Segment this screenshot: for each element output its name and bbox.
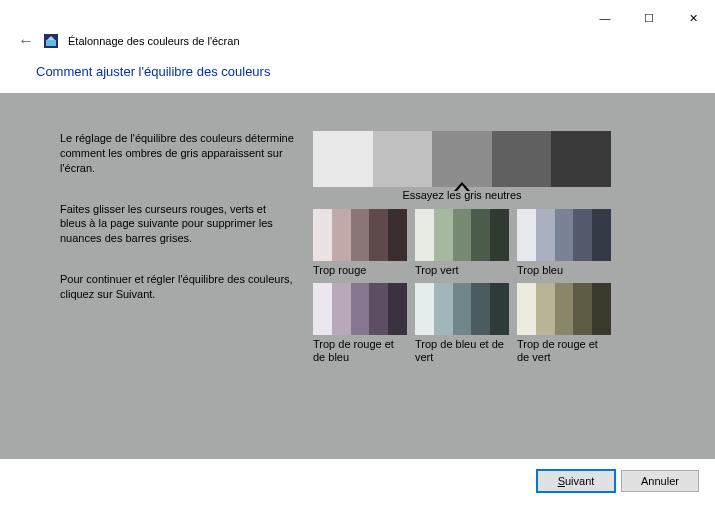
swatch-block: Trop vert: [415, 209, 509, 277]
window-titlebar: — ☐ ✕: [0, 0, 715, 30]
swatch-label: Trop de rouge et de vert: [517, 335, 611, 364]
swatch-cell: [555, 283, 574, 335]
swatch-cell: [351, 209, 370, 261]
swatch-label: Trop de rouge et de bleu: [313, 335, 407, 364]
back-arrow-icon[interactable]: ←: [18, 32, 34, 50]
swatch-cell: [573, 283, 592, 335]
neutral-gray-strip: [313, 131, 611, 187]
svg-rect-1: [46, 40, 56, 46]
header: ← Étalonnage des couleurs de l'écran: [0, 30, 715, 58]
swatch-label: Trop bleu: [517, 261, 611, 277]
swatch-block: Trop de bleu et de vert: [415, 283, 509, 364]
close-icon[interactable]: ✕: [671, 6, 715, 30]
swatch-block: Trop rouge: [313, 209, 407, 277]
swatch-cell: [471, 283, 490, 335]
swatch-cell: [313, 283, 332, 335]
swatch-cell: [388, 283, 407, 335]
swatch-cell: [490, 283, 509, 335]
swatch-block: Trop de rouge et de bleu: [313, 283, 407, 364]
swatch-label: Trop vert: [415, 261, 509, 277]
swatch-block: Trop bleu: [517, 209, 611, 277]
minimize-icon[interactable]: —: [583, 6, 627, 30]
swatch-cell: [434, 209, 453, 261]
neutral-gray-cell: [313, 131, 373, 187]
instructions-column: Le réglage de l'équilibre des couleurs d…: [60, 131, 295, 459]
swatch-strip: [415, 283, 509, 335]
neutral-gray-cell: [432, 131, 492, 187]
swatch-cell: [332, 283, 351, 335]
swatch-cell: [517, 209, 536, 261]
swatch-cell: [536, 283, 555, 335]
app-icon: [44, 34, 58, 48]
swatch-cell: [351, 283, 370, 335]
instruction-paragraph: Faites glisser les curseurs rouges, vert…: [60, 202, 295, 247]
swatch-column: Essayez les gris neutres Trop rougeTrop …: [313, 131, 685, 459]
instruction-paragraph: Le réglage de l'équilibre des couleurs d…: [60, 131, 295, 176]
swatch-cell: [369, 283, 388, 335]
swatch-cell: [555, 209, 574, 261]
neutral-gray-cell: [551, 131, 611, 187]
swatch-cell: [415, 209, 434, 261]
swatch-strip: [313, 209, 407, 261]
swatch-cell: [388, 209, 407, 261]
swatch-grid: Trop rougeTrop vertTrop bleuTrop de roug…: [313, 209, 685, 365]
swatch-strip: [517, 283, 611, 335]
neutral-gray-cell: [492, 131, 552, 187]
swatch-cell: [592, 209, 611, 261]
maximize-icon[interactable]: ☐: [627, 6, 671, 30]
swatch-cell: [471, 209, 490, 261]
swatch-label: Trop rouge: [313, 261, 407, 277]
swatch-cell: [453, 209, 472, 261]
app-title: Étalonnage des couleurs de l'écran: [68, 35, 240, 47]
swatch-strip: [517, 209, 611, 261]
swatch-cell: [434, 283, 453, 335]
next-button[interactable]: Suivant: [537, 470, 615, 492]
swatch-cell: [517, 283, 536, 335]
instruction-paragraph: Pour continuer et régler l'équilibre des…: [60, 272, 295, 302]
page-title: Comment ajuster l'équilibre des couleurs: [0, 58, 715, 93]
swatch-label: Trop de bleu et de vert: [415, 335, 509, 364]
neutral-gray-cell: [373, 131, 433, 187]
swatch-strip: [313, 283, 407, 335]
swatch-cell: [313, 209, 332, 261]
button-bar: Suivant Annuler: [0, 459, 715, 502]
swatch-cell: [369, 209, 388, 261]
swatch-block: Trop de rouge et de vert: [517, 283, 611, 364]
swatch-cell: [332, 209, 351, 261]
swatch-cell: [453, 283, 472, 335]
swatch-cell: [592, 283, 611, 335]
cancel-button[interactable]: Annuler: [621, 470, 699, 492]
neutral-caption: Essayez les gris neutres: [313, 187, 611, 201]
swatch-cell: [490, 209, 509, 261]
content-area: Le réglage de l'équilibre des couleurs d…: [0, 93, 715, 459]
swatch-cell: [415, 283, 434, 335]
swatch-strip: [415, 209, 509, 261]
swatch-cell: [573, 209, 592, 261]
swatch-cell: [536, 209, 555, 261]
